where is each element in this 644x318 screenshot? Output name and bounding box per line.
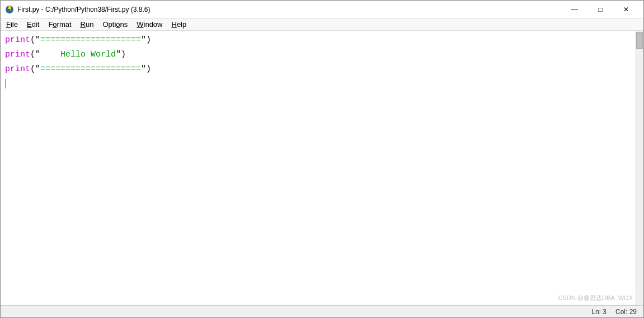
string-equals-2: ==================== (40, 64, 141, 74)
maximize-button[interactable]: □ (587, 1, 613, 18)
keyword-print-2: print (5, 50, 30, 59)
code-line-2: print(" Hello World") (5, 48, 631, 62)
code-editor[interactable]: print("====================") print(" He… (1, 31, 636, 305)
code-line-1: print("====================") (5, 33, 631, 48)
editor-area: print("====================") print(" He… (1, 31, 643, 305)
paren-open-3: (" (30, 64, 40, 74)
status-col: Col: 29 (615, 308, 637, 316)
menu-run[interactable]: Run (76, 19, 98, 30)
paren-open-2: (" (30, 50, 60, 59)
paren-open-1: (" (30, 35, 40, 45)
vertical-scrollbar[interactable] (636, 31, 643, 305)
string-equals-1: ==================== (40, 35, 141, 45)
main-window: First.py - C:/Python/Python38/First.py (… (0, 0, 644, 318)
status-line: Ln: 3 (591, 308, 607, 316)
minimize-button[interactable]: — (562, 1, 587, 18)
paren-close-2: ") (116, 50, 126, 59)
status-bar: Ln: 3 Col: 29 (1, 305, 643, 317)
window-title: First.py - C:/Python/Python38/First.py (… (17, 6, 150, 13)
menu-options[interactable]: Options (98, 19, 132, 30)
scrollbar-thumb[interactable] (636, 32, 643, 49)
string-hello-world: Hello World (60, 50, 116, 59)
menu-edit[interactable]: Edit (22, 19, 44, 30)
menu-file[interactable]: File (2, 19, 22, 30)
paren-close-1: ") (141, 35, 151, 45)
menu-help[interactable]: Help (167, 19, 191, 30)
title-bar-left: First.py - C:/Python/Python38/First.py (… (5, 5, 150, 14)
close-button[interactable]: ✕ (613, 1, 639, 18)
keyword-print-3: print (5, 64, 30, 74)
menu-bar: File Edit Format Run Options Window Help (1, 18, 643, 31)
title-bar: First.py - C:/Python/Python38/First.py (… (1, 1, 643, 18)
code-line-3: print("====================") (5, 62, 631, 77)
svg-point-1 (8, 7, 10, 8)
menu-format[interactable]: Format (44, 19, 76, 30)
text-cursor (6, 79, 6, 88)
paren-close-3: ") (141, 64, 151, 74)
python-icon (5, 5, 14, 14)
title-bar-controls: — □ ✕ (562, 1, 639, 18)
menu-window[interactable]: Window (132, 19, 167, 30)
svg-point-2 (10, 10, 11, 11)
keyword-print-1: print (5, 35, 30, 45)
code-line-4-cursor (5, 77, 631, 91)
